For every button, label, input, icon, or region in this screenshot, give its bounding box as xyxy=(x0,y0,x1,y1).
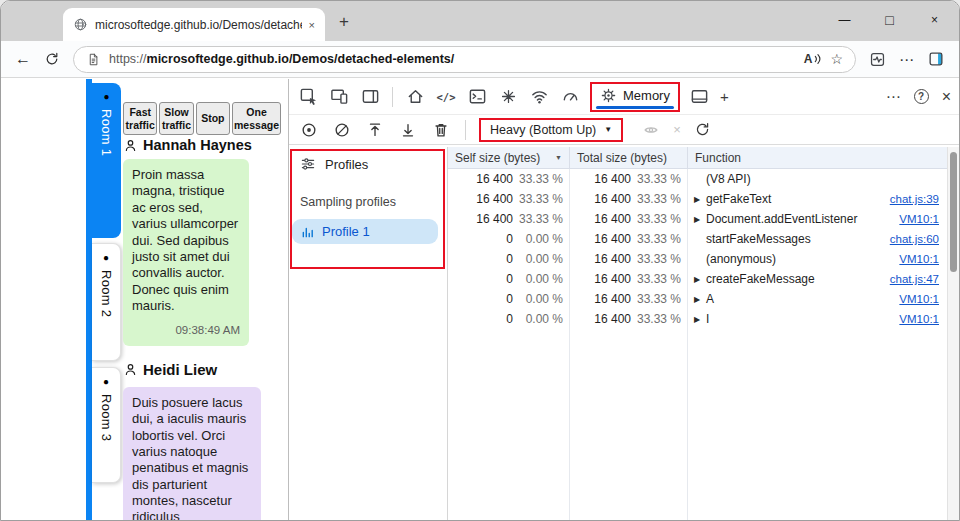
clear-profiles-button[interactable] xyxy=(331,119,353,141)
device-emulation-icon[interactable] xyxy=(328,86,350,108)
scrollbar-thumb[interactable] xyxy=(950,152,957,272)
tab-close-button[interactable]: × xyxy=(309,19,315,31)
expand-arrow-icon[interactable]: ▶ xyxy=(694,215,706,224)
profiler-toolbar: Heavy (Bottom Up) ▼ × xyxy=(289,115,959,145)
inspect-element-icon[interactable] xyxy=(297,86,319,108)
back-button[interactable]: ← xyxy=(15,50,31,68)
address-bar[interactable]: https://microsoftedge.github.io/Demos/de… xyxy=(73,46,856,73)
table-row[interactable]: 00.00 % 16 40033.33 % startFakeMessages … xyxy=(448,229,947,249)
source-link[interactable]: VM10:1 xyxy=(899,313,939,325)
source-link[interactable]: chat.js:47 xyxy=(890,273,939,285)
performance-icon[interactable] xyxy=(559,86,581,108)
expand-arrow-icon[interactable]: ▶ xyxy=(694,315,706,324)
page-info-icon[interactable] xyxy=(86,52,101,67)
column-header-self-size[interactable]: Self size (bytes) ▼ xyxy=(448,147,570,168)
total-size-cell: 16 40033.33 % xyxy=(570,209,688,229)
column-header-function[interactable]: Function xyxy=(688,147,947,168)
expand-arrow-icon[interactable]: ▶ xyxy=(694,295,706,304)
person-icon xyxy=(123,362,138,377)
refresh-profile-button[interactable] xyxy=(692,119,714,141)
expand-arrow-icon[interactable]: ▶ xyxy=(694,195,706,204)
read-aloud-button[interactable]: A xyxy=(804,52,823,66)
function-name: A xyxy=(706,292,714,306)
room-tab-label: Room 3 xyxy=(99,394,114,441)
source-link[interactable]: VM10:1 xyxy=(899,213,939,225)
network-icon[interactable] xyxy=(528,86,550,108)
help-button[interactable]: ? xyxy=(914,89,929,104)
add-tool-button[interactable]: + xyxy=(720,89,729,104)
function-cell: ▶ getFakeText chat.js:39 xyxy=(688,189,947,209)
room-tab-label: Room 2 xyxy=(99,270,114,317)
load-profile-button[interactable] xyxy=(364,119,386,141)
favorites-star-button[interactable]: ☆ xyxy=(830,51,843,67)
room-tab-2[interactable]: ● Room 2 xyxy=(92,243,121,361)
self-size-cell: 00.00 % xyxy=(448,309,570,329)
slow-traffic-button[interactable]: Slow traffic xyxy=(159,102,193,135)
function-cell: (anonymous) VM10:1 xyxy=(688,249,947,269)
close-devtools-button[interactable]: × xyxy=(942,89,951,105)
function-name: Document.addEventListener xyxy=(706,212,857,226)
memory-gear-icon xyxy=(600,87,617,104)
source-link[interactable]: VM10:1 xyxy=(899,253,939,265)
tab-title: microsoftedge.github.io/Demos/detached-e… xyxy=(95,18,302,32)
room-bullet-icon: ● xyxy=(103,377,109,387)
profiles-section-header[interactable]: Profiles xyxy=(289,147,447,181)
toolbar-separator xyxy=(465,120,466,140)
profile-item[interactable]: Profile 1 xyxy=(292,219,438,244)
function-name: getFakeText xyxy=(706,192,771,206)
annotation-box-view-dropdown: Heavy (Bottom Up) ▼ xyxy=(479,118,623,142)
fast-traffic-button[interactable]: Fast traffic xyxy=(123,102,157,135)
delete-profile-button[interactable] xyxy=(430,119,452,141)
function-name: (V8 API) xyxy=(706,172,751,186)
source-link[interactable]: chat.js:60 xyxy=(890,233,939,245)
source-link[interactable]: VM10:1 xyxy=(899,293,939,305)
minimize-button[interactable]: — xyxy=(822,1,867,39)
table-row[interactable]: 00.00 % 16 40033.33 % (anonymous) VM10:1 xyxy=(448,249,947,269)
maximize-button[interactable]: □ xyxy=(867,1,912,39)
window-controls: — □ × xyxy=(822,1,957,39)
profile-view-dropdown[interactable]: Heavy (Bottom Up) xyxy=(490,123,596,137)
expand-arrow-icon[interactable]: ▶ xyxy=(694,275,706,284)
message-text: Duis posuere lacus dui, a iaculis mauris… xyxy=(132,395,248,520)
save-profile-button[interactable] xyxy=(397,119,419,141)
self-size-cell: 00.00 % xyxy=(448,229,570,249)
table-row[interactable]: 00.00 % 16 40033.33 % ▶ I VM10:1 xyxy=(448,309,947,329)
console-icon[interactable] xyxy=(466,86,488,108)
table-row[interactable]: 00.00 % 16 40033.33 % ▶ createFakeMessag… xyxy=(448,269,947,289)
browser-essentials-button[interactable] xyxy=(869,51,886,68)
record-profile-button[interactable] xyxy=(298,119,320,141)
copilot-sidebar-button[interactable] xyxy=(927,50,945,68)
new-tab-button[interactable]: + xyxy=(339,13,349,30)
column-header-total-size[interactable]: Total size (bytes) xyxy=(570,147,688,168)
source-link[interactable]: chat.js:39 xyxy=(890,193,939,205)
room-tab-3[interactable]: ● Room 3 xyxy=(92,367,121,483)
dock-side-icon[interactable] xyxy=(359,86,381,108)
one-message-button[interactable]: One message xyxy=(232,102,281,135)
person-icon xyxy=(123,138,138,153)
stop-button[interactable]: Stop xyxy=(196,102,230,135)
tab-memory[interactable]: Memory xyxy=(600,87,670,104)
scrollbar[interactable] xyxy=(947,147,959,520)
browser-tab[interactable]: microsoftedge.github.io/Demos/detached-e… xyxy=(63,8,325,41)
issues-icon[interactable] xyxy=(497,86,519,108)
settings-more-button[interactable]: ⋯ xyxy=(899,52,914,67)
close-window-button[interactable]: × xyxy=(912,1,957,39)
table-row[interactable]: 00.00 % 16 40033.33 % ▶ A VM10:1 xyxy=(448,289,947,309)
room-tab-1[interactable]: ● Room 1 xyxy=(92,83,121,238)
table-row[interactable]: 16 40033.33 % 16 40033.33 % ▶ Document.a… xyxy=(448,209,947,229)
welcome-home-icon[interactable] xyxy=(404,86,426,108)
chat-column: Fast traffic Slow traffic Stop One messa… xyxy=(123,79,281,520)
room-tab-label: Room 1 xyxy=(99,109,114,156)
self-size-cell: 16 40033.33 % xyxy=(448,169,570,189)
dock-panel-icon[interactable] xyxy=(689,86,711,108)
table-row[interactable]: 16 40033.33 % 16 40033.33 % ▶ getFakeTex… xyxy=(448,189,947,209)
message-author-clipped: Hannah Haynes xyxy=(123,138,281,153)
table-header: Self size (bytes) ▼ Total size (bytes) F… xyxy=(448,147,947,169)
function-cell: ▶ A VM10:1 xyxy=(688,289,947,309)
table-row[interactable]: 16 40033.33 % 16 40033.33 % (V8 API) xyxy=(448,169,947,189)
more-options-button[interactable]: ⋯ xyxy=(886,89,901,104)
message-author: Heidi Liew xyxy=(123,361,281,378)
refresh-button[interactable] xyxy=(44,51,60,67)
url-text: https://microsoftedge.github.io/Demos/de… xyxy=(109,52,796,66)
elements-icon[interactable]: </> xyxy=(435,86,457,108)
